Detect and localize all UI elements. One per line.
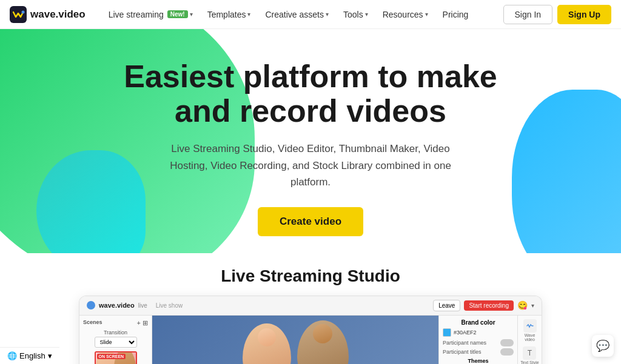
chevron-icon: ▾ (425, 11, 428, 18)
signin-button[interactable]: Sign In (503, 5, 553, 24)
language-chevron: ▾ (48, 351, 52, 360)
chevron-icon: ▾ (365, 11, 368, 18)
nav-tools[interactable]: Tools ▾ (337, 6, 374, 23)
language-label: English (19, 351, 45, 360)
hero-content: Easiest platform to make and record vide… (0, 29, 621, 254)
chevron-icon: ▾ (247, 11, 250, 18)
chat-icon: 💬 (596, 339, 609, 352)
video-content (152, 316, 438, 364)
chevron-icon: ▾ (190, 11, 193, 18)
brand-panel: Brand color #30AEF2 Participant names Pa… (438, 316, 517, 364)
nav-pricing[interactable]: Pricing (437, 6, 475, 23)
mockup-logo-dot (87, 301, 95, 309)
nav-creative-assets[interactable]: Creative assets ▾ (259, 6, 334, 23)
mockup-brand-name: wave.video (99, 302, 135, 309)
nav-resources[interactable]: Resources ▾ (377, 6, 434, 23)
signup-button[interactable]: Sign Up (557, 5, 611, 24)
nav-templates[interactable]: Templates ▾ (201, 6, 257, 23)
mockup-header-actions: Leave Start recording 😋 ▾ (433, 300, 534, 311)
emoji-reaction[interactable]: 😋 (517, 300, 528, 310)
video-person-1 (243, 323, 291, 364)
product-mockup: wave.video live Live show Leave Start re… (79, 296, 542, 364)
themes-title: Themes (443, 358, 514, 364)
wave-video-icon-btn[interactable]: Wave video (520, 319, 539, 342)
create-video-button[interactable]: Create video (258, 207, 363, 236)
add-scene-icon[interactable]: + ⊞ (137, 319, 148, 327)
wave-icon (523, 319, 537, 333)
language-selector[interactable]: 🌐 English ▾ (0, 347, 59, 364)
chat-widget[interactable]: 💬 (592, 335, 614, 357)
on-screen-badge: ON SCREEN (97, 354, 126, 359)
chevron-icon: ▾ (326, 11, 329, 18)
participant-titles-row: Participant titles (443, 348, 514, 356)
hero-subtitle: Live Streaming Studio, Video Editor, Thu… (153, 141, 468, 190)
scenes-panel: Scenes + ⊞ Transition Slide Fade Cut ON … (79, 316, 152, 364)
hero-title: Easiest platform to make and record vide… (98, 59, 523, 128)
new-badge: New! (167, 10, 188, 18)
text-style-icon-btn[interactable]: T Text Style (520, 346, 539, 364)
participant-names-toggle[interactable] (500, 339, 514, 346)
side-icons: Wave video T Text Style 🖼 Media (517, 316, 542, 364)
color-swatch[interactable] (443, 328, 451, 337)
hero-section: Easiest platform to make and record vide… (0, 29, 621, 254)
video-person-2 (297, 320, 349, 364)
video-preview (152, 316, 438, 364)
logo[interactable]: wave.video (10, 6, 86, 23)
participant-titles-label: Participant titles (443, 349, 482, 355)
participant-names-label: Participant names (443, 340, 486, 346)
brand-color-title: Brand color (443, 319, 514, 326)
mockup-live-label: live (138, 302, 147, 309)
nav-actions: Sign In Sign Up (503, 5, 611, 24)
text-icon: T (523, 346, 536, 360)
mockup-show-label: Live show (156, 302, 183, 309)
leave-button[interactable]: Leave (433, 300, 460, 311)
start-recording-button[interactable]: Start recording (464, 300, 514, 311)
globe-icon: 🌐 (7, 351, 17, 360)
svg-point-1 (22, 10, 25, 13)
scenes-label: Scenes (83, 319, 102, 325)
color-hex: #30AEF2 (454, 329, 477, 336)
transition-label: Transition (83, 329, 148, 336)
mockup-body: Scenes + ⊞ Transition Slide Fade Cut ON … (79, 316, 542, 364)
scene-thumbnail[interactable]: ON SCREEN (95, 351, 137, 364)
brand-name: wave.video (30, 8, 86, 21)
participant-titles-toggle[interactable] (500, 348, 514, 356)
mockup-header: wave.video live Live show Leave Start re… (79, 296, 542, 316)
transition-select[interactable]: Slide Fade Cut (95, 337, 137, 348)
navbar: wave.video Live streaming New! ▾ Templat… (0, 0, 621, 29)
nav-live-streaming[interactable]: Live streaming New! ▾ (102, 6, 199, 23)
scenes-header: Scenes + ⊞ (83, 319, 148, 328)
product-section: Live Streaming Studio wave.video live Li… (0, 254, 621, 364)
color-picker-row[interactable]: #30AEF2 (443, 328, 514, 337)
nav-links: Live streaming New! ▾ Templates ▾ Creati… (102, 6, 503, 23)
dropdown-arrow[interactable]: ▾ (531, 302, 534, 309)
mockup-logo: wave.video live Live show (87, 301, 183, 309)
participant-names-row: Participant names (443, 339, 514, 346)
product-section-title: Live Streaming Studio (0, 266, 621, 286)
right-panel-container: Brand color #30AEF2 Participant names Pa… (438, 316, 542, 364)
